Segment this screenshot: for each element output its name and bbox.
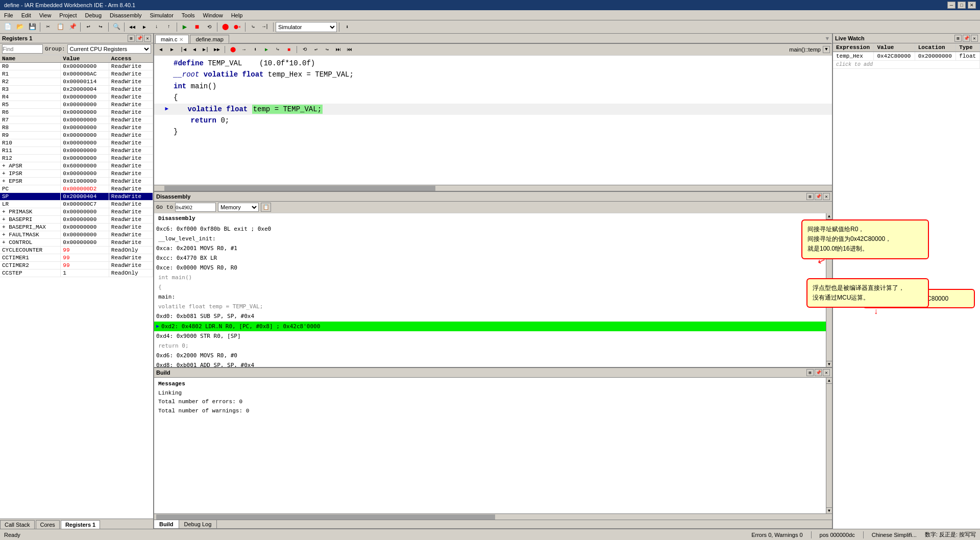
- find-button[interactable]: 🔍: [111, 21, 122, 33]
- tab-define-map[interactable]: define.map: [190, 35, 229, 43]
- menu-tools[interactable]: Tools: [178, 11, 199, 19]
- nav-stop[interactable]: ■: [284, 45, 293, 54]
- menu-window[interactable]: Window: [199, 11, 227, 19]
- lw-close-btn[interactable]: ✕: [971, 35, 978, 42]
- editor-location-dropdown[interactable]: ▼: [823, 46, 830, 53]
- breakpoint-toggle[interactable]: ⬤: [219, 21, 231, 33]
- nav-fwd[interactable]: ▶: [167, 45, 177, 54]
- col-value: Value: [61, 55, 109, 63]
- nav-reset[interactable]: ⟲: [300, 45, 309, 54]
- minimize-button[interactable]: ─: [947, 2, 955, 9]
- debug-reset[interactable]: ◀◀: [127, 21, 138, 33]
- disasm-float-buttons[interactable]: ⊠ 📌 ✕: [806, 193, 830, 200]
- build-float-buttons[interactable]: ⊠ 📌 ✕: [806, 369, 830, 376]
- debug-step-in[interactable]: ↓: [151, 21, 162, 33]
- open-button[interactable]: 📂: [14, 21, 26, 33]
- menu-view[interactable]: View: [35, 11, 56, 19]
- menu-help[interactable]: Help: [227, 11, 247, 19]
- debug-step-over[interactable]: ▶: [139, 21, 150, 33]
- window-controls[interactable]: ─ □ ✕: [947, 2, 976, 9]
- panel-close-btn[interactable]: ✕: [144, 35, 151, 42]
- nav-extra1[interactable]: ↩: [311, 45, 321, 54]
- menu-simulator[interactable]: Simulator: [145, 11, 177, 19]
- code-area[interactable]: #define TEMP_VAL (10.0f*10.0f) __root vo…: [154, 56, 832, 185]
- nav-prev[interactable]: ◀: [190, 45, 199, 54]
- build-scrollbar-thumb[interactable]: [156, 514, 495, 520]
- save-button[interactable]: 💾: [27, 21, 38, 33]
- disasm-scroll-down[interactable]: ▼: [826, 361, 832, 367]
- tab-registers-1[interactable]: Registers 1: [61, 520, 100, 529]
- register-value: 0x000000AC: [61, 70, 109, 78]
- build-content[interactable]: MessagesLinkingTotal number of errors: 0…: [154, 378, 826, 513]
- disasm-content[interactable]: Disassembly 0xc6: 0xf000 0xf80b BL exit …: [154, 213, 826, 367]
- tab-main-c[interactable]: main.c ✕: [155, 35, 189, 43]
- menu-file[interactable]: File: [0, 11, 17, 19]
- disasm-float-btn[interactable]: ⊠: [806, 193, 814, 200]
- disasm-addr-input[interactable]: [175, 203, 216, 212]
- nav-first[interactable]: |◀: [179, 45, 188, 54]
- nav-step3[interactable]: ⬇: [251, 45, 260, 54]
- build-tab-build[interactable]: Build: [154, 520, 179, 528]
- cut-button[interactable]: ✂: [42, 21, 54, 33]
- build-scroll-down[interactable]: ▼: [826, 507, 832, 513]
- disasm-pin-btn[interactable]: 📌: [815, 193, 822, 200]
- nav-run-to[interactable]: ⤷: [273, 45, 282, 54]
- tab-main-c-close[interactable]: ✕: [179, 37, 183, 42]
- redo-button[interactable]: ↪: [95, 21, 106, 33]
- maximize-button[interactable]: □: [958, 2, 966, 9]
- panel-float-buttons[interactable]: ⊠ 📌 ✕: [128, 35, 151, 42]
- nav-breakpoint[interactable]: ⬤: [228, 45, 237, 54]
- debug-jump[interactable]: ⤷: [248, 21, 259, 33]
- nav-next[interactable]: ▶▶: [212, 45, 222, 54]
- copy-button[interactable]: 📋: [55, 21, 66, 33]
- lw-row-add[interactable]: click to add: [833, 61, 980, 69]
- nav-extra3[interactable]: ⏭: [334, 45, 343, 54]
- debug-run-to[interactable]: →|: [260, 21, 271, 33]
- menu-edit[interactable]: Edit: [17, 11, 35, 19]
- registers-find-input[interactable]: [2, 44, 43, 54]
- menu-project[interactable]: Project: [55, 11, 81, 19]
- debug-stop[interactable]: ■: [191, 21, 203, 33]
- disasm-close-btn[interactable]: ✕: [823, 193, 830, 200]
- panel-pin-btn[interactable]: 📌: [136, 35, 143, 42]
- code-scrollbar-h[interactable]: [154, 185, 832, 191]
- nav-extra2[interactable]: ↪: [323, 45, 332, 54]
- lw-add-expression[interactable]: click to add: [833, 61, 980, 69]
- breakpoint-clear[interactable]: ⬤✕: [232, 21, 243, 33]
- menu-disassembly[interactable]: Disassembly: [106, 11, 145, 19]
- build-vscroll[interactable]: ▲ ▼: [826, 378, 832, 513]
- build-pin-btn[interactable]: 📌: [815, 369, 822, 376]
- debug-run[interactable]: ▶: [179, 21, 190, 33]
- paste-button[interactable]: 📌: [67, 21, 78, 33]
- tab-define-map-label: define.map: [195, 36, 223, 42]
- disasm-memory-select[interactable]: Memory: [218, 203, 259, 212]
- debug-mode-select[interactable]: Simulator: [276, 22, 337, 32]
- registers-group-select[interactable]: Current CPU Registers: [67, 44, 151, 54]
- nav-run[interactable]: ▶: [262, 45, 271, 54]
- build-scroll-up[interactable]: ▲: [826, 378, 832, 384]
- build-close-btn[interactable]: ✕: [823, 369, 830, 376]
- tab-cores[interactable]: Cores: [36, 520, 60, 529]
- nav-back[interactable]: ◀: [156, 45, 165, 54]
- disasm-scroll-up[interactable]: ▲: [826, 213, 832, 219]
- nav-step2[interactable]: →: [239, 45, 249, 54]
- panel-float-btn[interactable]: ⊠: [128, 35, 135, 42]
- download-debug[interactable]: ⬇: [341, 21, 353, 33]
- debug-reset2[interactable]: ⟲: [204, 21, 215, 33]
- live-watch-float-buttons[interactable]: ⊠ 📌 ✕: [954, 35, 978, 42]
- build-scrollbar-h[interactable]: [154, 513, 832, 520]
- lw-pin-btn[interactable]: 📌: [963, 35, 970, 42]
- undo-button[interactable]: ↩: [83, 21, 94, 33]
- close-button[interactable]: ✕: [968, 2, 976, 9]
- tab-call-stack[interactable]: Call Stack: [0, 520, 35, 529]
- nav-step[interactable]: ▶|: [201, 45, 210, 54]
- new-button[interactable]: 📄: [2, 21, 13, 33]
- build-tab-debug-log[interactable]: Debug Log: [179, 520, 217, 528]
- disasm-copy-btn[interactable]: 📋: [261, 203, 271, 212]
- lw-float-btn[interactable]: ⊠: [954, 35, 962, 42]
- code-scrollbar-thumb[interactable]: [164, 186, 435, 191]
- menu-debug[interactable]: Debug: [81, 11, 106, 19]
- build-float-btn[interactable]: ⊠: [806, 369, 814, 376]
- nav-extra4[interactable]: ⏮: [345, 45, 354, 54]
- debug-step-out[interactable]: ↑: [163, 21, 175, 33]
